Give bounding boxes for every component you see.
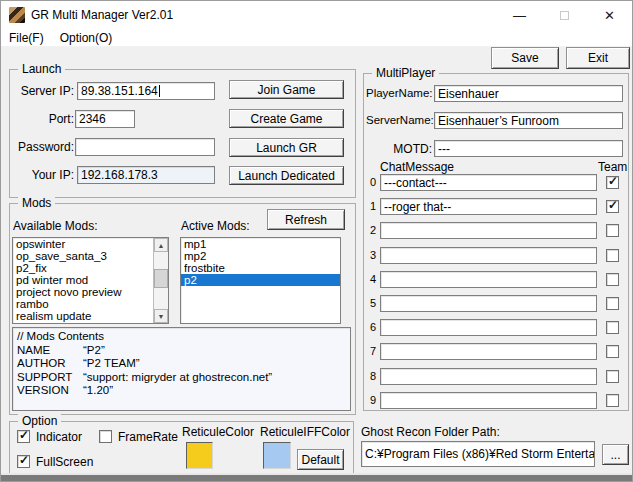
team-checkbox-0[interactable]: [606, 176, 619, 189]
join-game-button[interactable]: Join Game: [229, 80, 344, 99]
mod-contents-line: VERSION: [17, 384, 83, 398]
active-mods-label: Active Mods:: [181, 219, 250, 233]
list-item[interactable]: mp1: [181, 238, 340, 250]
team-checkbox-4[interactable]: [606, 273, 619, 286]
launch-gr-button[interactable]: Launch GR: [229, 138, 344, 157]
reticule-iff-color-swatch[interactable]: [263, 442, 291, 469]
chat-message-field-2[interactable]: [380, 222, 597, 239]
server-ip-field[interactable]: 89.38.151.164: [77, 82, 215, 100]
mod-contents-line: AUTHOR: [17, 357, 83, 371]
close-icon: ✕: [604, 8, 615, 23]
chat-row-index: 3: [366, 249, 376, 261]
your-ip-label: Your IP:: [12, 168, 74, 182]
player-name-field[interactable]: Eisenhauer: [434, 85, 623, 102]
list-item[interactable]: p2_fix: [13, 262, 153, 274]
reticule-color-label: ReticuleColor: [182, 425, 254, 439]
list-item[interactable]: rambo: [13, 298, 153, 310]
chat-message-field-3[interactable]: [380, 247, 597, 264]
minimize-icon: —: [513, 8, 526, 23]
chat-message-field-4[interactable]: [380, 271, 597, 288]
chat-message-field-1[interactable]: --roger that--: [380, 198, 597, 215]
server-name-label: ServerName:: [366, 114, 432, 126]
exit-button[interactable]: Exit: [566, 47, 630, 69]
team-checkbox-2[interactable]: [606, 224, 619, 237]
chat-row-index: 1: [366, 200, 376, 212]
team-checkbox-8[interactable]: [606, 370, 619, 383]
chat-message-field-9[interactable]: [380, 392, 597, 409]
mods-group: Mods Available Mods: Active Mods: Refres…: [9, 203, 356, 415]
available-mods-label: Available Mods:: [13, 219, 98, 233]
chat-row-index: 5: [366, 297, 376, 309]
scrollbar-track[interactable]: [154, 252, 168, 309]
launch-group-title: Launch: [18, 62, 65, 76]
chat-row-index: 9: [366, 394, 376, 406]
text-caret: [159, 85, 160, 97]
reticule-iff-color-label: ReticuleIFFColor: [260, 425, 350, 439]
available-mods-list[interactable]: opswinter op_save_santa_3 p2_fix pd wint…: [12, 237, 169, 324]
mod-contents-box: // Mods Contents NAME“P2” AUTHOR“P2 TEAM…: [12, 327, 351, 411]
password-field[interactable]: [75, 138, 215, 156]
maximize-icon: [560, 11, 569, 20]
indicator-label: Indicator: [36, 430, 82, 444]
save-button[interactable]: Save: [491, 47, 559, 69]
maximize-button: [542, 1, 587, 29]
indicator-checkbox[interactable]: [17, 430, 30, 443]
scroll-down-icon[interactable]: ▼: [154, 309, 168, 323]
fullscreen-checkbox[interactable]: [17, 455, 30, 468]
mods-group-title: Mods: [18, 196, 55, 210]
chat-message-field-6[interactable]: [380, 319, 597, 336]
folder-path-label: Ghost Recon Folder Path:: [361, 425, 500, 439]
list-item-selected[interactable]: p2: [181, 274, 340, 286]
chat-message-field-0[interactable]: ---contact---: [380, 174, 597, 191]
folder-path-field[interactable]: C:¥Program Files (x86)¥Red Storm Enterta…: [361, 441, 595, 467]
launch-dedicated-button[interactable]: Launch Dedicated: [229, 166, 344, 185]
motd-field[interactable]: ---: [434, 140, 623, 157]
team-checkbox-1[interactable]: [606, 200, 619, 213]
team-header: Team: [598, 160, 624, 174]
create-game-button[interactable]: Create Game: [229, 109, 344, 128]
option-group: Option Indicator FullScreen FrameRate Re…: [9, 421, 354, 474]
minimize-button[interactable]: —: [497, 1, 542, 29]
chat-message-field-8[interactable]: [380, 368, 597, 385]
team-checkbox-5[interactable]: [606, 297, 619, 310]
list-item[interactable]: opswinter: [13, 238, 153, 250]
window-title: GR Multi Manager Ver2.01: [31, 8, 173, 22]
team-checkbox-3[interactable]: [606, 249, 619, 262]
list-item[interactable]: op_save_santa_3: [13, 250, 153, 262]
refresh-button[interactable]: Refresh: [267, 209, 345, 230]
window-bottom-edge: [1, 473, 632, 481]
list-item[interactable]: pd winter mod: [13, 274, 153, 286]
menu-option[interactable]: Option(O): [52, 29, 121, 47]
scrollbar-thumb[interactable]: [154, 269, 168, 288]
team-checkbox-7[interactable]: [606, 345, 619, 358]
chat-row-index: 7: [366, 345, 376, 357]
framerate-checkbox[interactable]: [99, 430, 112, 443]
framerate-label: FrameRate: [118, 430, 178, 444]
team-checkbox-6[interactable]: [606, 321, 619, 334]
team-checkbox-9[interactable]: [606, 394, 619, 407]
app-window: GR Multi Manager Ver2.01 — ✕ File(F) Opt…: [0, 0, 633, 482]
port-field[interactable]: 2346: [75, 110, 135, 128]
chat-row-index: 4: [366, 273, 376, 285]
list-item[interactable]: frostbite: [181, 262, 340, 274]
server-name-field[interactable]: Eisenhauer’s Funroom: [434, 112, 623, 129]
port-label: Port:: [12, 112, 74, 126]
chat-message-header: ChatMessage: [380, 160, 454, 174]
chat-message-field-5[interactable]: [380, 295, 597, 312]
list-item[interactable]: project novo preview: [13, 286, 153, 298]
browse-button[interactable]: ...: [602, 444, 629, 465]
chat-message-field-7[interactable]: [380, 343, 597, 360]
list-item[interactable]: realism update: [13, 310, 153, 322]
menu-file[interactable]: File(F): [1, 29, 52, 47]
default-button[interactable]: Default: [297, 449, 344, 470]
scroll-up-icon[interactable]: ▲: [154, 238, 168, 252]
reticule-color-swatch[interactable]: [186, 442, 213, 469]
close-button[interactable]: ✕: [587, 1, 632, 29]
scrollbar[interactable]: ▲ ▼: [153, 238, 168, 323]
your-ip-field: 192.168.178.3: [77, 166, 215, 184]
active-mods-list[interactable]: mp1 mp2 frostbite p2: [180, 237, 341, 324]
multiplayer-group-title: MultiPlayer: [372, 66, 439, 80]
server-ip-label: Server IP:: [12, 84, 74, 98]
chat-row-index: 0: [366, 176, 376, 188]
list-item[interactable]: mp2: [181, 250, 340, 262]
